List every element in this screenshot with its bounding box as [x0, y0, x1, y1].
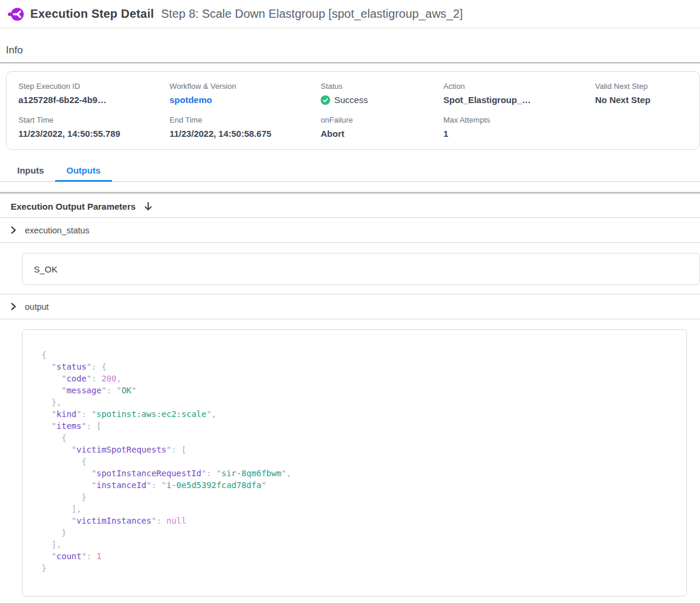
field-end-time: End Time 11/23/2022, 14:50:58.675 [170, 116, 321, 139]
section-divider [0, 192, 700, 194]
header-bar: Execution Step Detail Step 8: Scale Down… [0, 0, 700, 28]
field-label: Status [321, 82, 443, 91]
field-step-execution-id: Step Execution ID a125728f-6b22-4b9… [18, 82, 170, 105]
chevron-right-icon[interactable] [10, 226, 17, 234]
success-check-icon [321, 95, 330, 105]
output-json-code: { "status": { "code": 200, "message": "O… [23, 330, 686, 574]
field-label: Valid Next Step [595, 82, 699, 91]
execution-status-value-box: S_OK [22, 253, 700, 285]
tab-outputs[interactable]: Outputs [55, 165, 112, 181]
field-onfailure: onFailure Abort [321, 116, 443, 139]
workflow-link[interactable]: spotdemo [170, 95, 321, 105]
field-status: Status Success [321, 82, 443, 105]
output-parameters-title: Execution Output Parameters [11, 201, 136, 211]
field-action: Action Spot_Elastigroup_… [443, 82, 595, 105]
field-value: 1 [443, 129, 595, 139]
info-card: Step Execution ID a125728f-6b22-4b9… Wor… [6, 71, 700, 150]
status-text: Success [334, 95, 368, 105]
field-value: No Next Step [595, 95, 699, 105]
arrow-down-icon[interactable] [143, 201, 153, 211]
status-badge: Success [321, 95, 443, 105]
param-row-output[interactable]: output [0, 294, 700, 319]
output-json-box: { "status": { "code": 200, "message": "O… [22, 329, 687, 596]
info-divider [0, 62, 700, 63]
page-title: Execution Step Detail [30, 7, 154, 21]
field-value: 11/23/2022, 14:50:58.675 [170, 129, 321, 139]
chevron-right-icon[interactable] [10, 303, 17, 310]
tab-inputs[interactable]: Inputs [6, 165, 55, 181]
field-label: Step Execution ID [18, 82, 170, 91]
field-label: Start Time [18, 116, 170, 124]
field-label: Max Attempts [443, 116, 595, 124]
page-subtitle: Step 8: Scale Down Elastgroup [spot_elas… [161, 7, 463, 21]
execution-status-value: S_OK [34, 264, 57, 274]
field-label: onFailure [321, 116, 443, 124]
field-label: Workflow & Version [170, 82, 321, 91]
param-row-execution-status[interactable]: execution_status [0, 218, 700, 243]
field-value: a125728f-6b22-4b9… [18, 95, 170, 105]
field-label: End Time [170, 116, 321, 124]
field-value: 11/23/2022, 14:50:55.789 [18, 129, 170, 139]
param-name: output [25, 302, 49, 312]
field-value: Spot_Elastigroup_… [443, 95, 595, 105]
field-max-attempts: Max Attempts 1 [443, 116, 595, 139]
field-workflow-version: Workflow & Version spotdemo [170, 82, 321, 105]
field-value: Abort [321, 129, 443, 139]
field-start-time: Start Time 11/23/2022, 14:50:55.789 [18, 116, 170, 139]
info-section-label: Info [6, 44, 700, 56]
field-label: Action [443, 82, 595, 91]
field-valid-next-step: Valid Next Step No Next Step [595, 82, 699, 105]
app-logo-icon [8, 7, 24, 22]
param-name: execution_status [25, 226, 90, 235]
tab-bar: Inputs Outputs [0, 165, 700, 182]
output-parameters-header: Execution Output Parameters [11, 201, 700, 211]
